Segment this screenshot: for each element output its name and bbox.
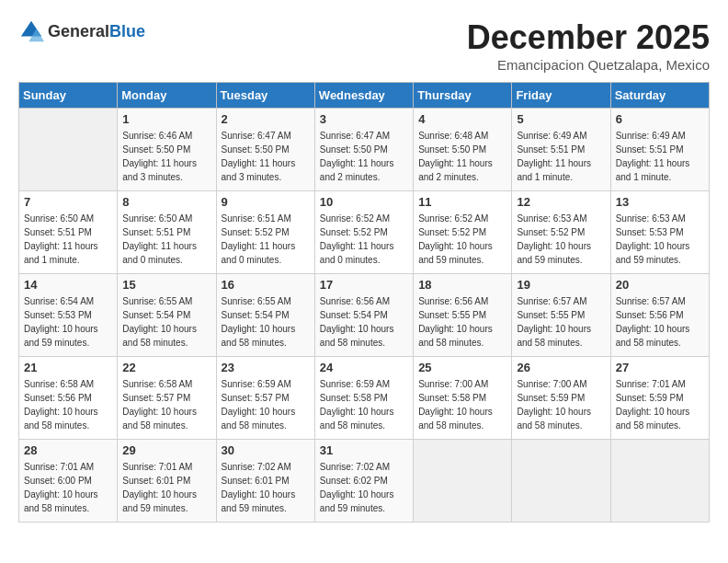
title-block: December 2025 Emancipacion Quetzalapa, M… <box>467 18 710 73</box>
calendar-cell: 1Sunrise: 6:46 AM Sunset: 5:50 PM Daylig… <box>118 109 216 191</box>
day-info: Sunrise: 6:59 AM Sunset: 5:58 PM Dayligh… <box>320 377 408 432</box>
day-info: Sunrise: 6:53 AM Sunset: 5:53 PM Dayligh… <box>616 212 704 267</box>
day-info: Sunrise: 7:01 AM Sunset: 6:00 PM Dayligh… <box>24 460 112 515</box>
calendar-cell: 24Sunrise: 6:59 AM Sunset: 5:58 PM Dayli… <box>314 357 413 440</box>
day-number: 6 <box>616 112 704 126</box>
day-number: 13 <box>616 195 704 209</box>
day-number: 12 <box>517 195 605 209</box>
calendar-cell <box>414 440 512 523</box>
calendar-week-row: 28Sunrise: 7:01 AM Sunset: 6:00 PM Dayli… <box>19 440 710 523</box>
day-number: 3 <box>320 112 408 126</box>
calendar-cell: 3Sunrise: 6:47 AM Sunset: 5:50 PM Daylig… <box>314 109 413 191</box>
weekday-header-row: SundayMondayTuesdayWednesdayThursdayFrid… <box>19 83 710 109</box>
calendar-cell <box>610 440 709 523</box>
calendar-cell: 25Sunrise: 7:00 AM Sunset: 5:58 PM Dayli… <box>414 357 512 440</box>
day-info: Sunrise: 6:50 AM Sunset: 5:51 PM Dayligh… <box>24 212 112 267</box>
day-number: 11 <box>418 195 506 209</box>
calendar-cell: 17Sunrise: 6:56 AM Sunset: 5:54 PM Dayli… <box>314 274 413 357</box>
day-info: Sunrise: 6:51 AM Sunset: 5:52 PM Dayligh… <box>222 212 310 267</box>
day-info: Sunrise: 7:02 AM Sunset: 6:02 PM Dayligh… <box>320 460 408 515</box>
day-number: 28 <box>24 443 112 457</box>
day-info: Sunrise: 6:59 AM Sunset: 5:57 PM Dayligh… <box>222 377 310 432</box>
calendar-cell: 7Sunrise: 6:50 AM Sunset: 5:51 PM Daylig… <box>19 191 118 274</box>
day-info: Sunrise: 6:50 AM Sunset: 5:51 PM Dayligh… <box>122 212 210 267</box>
day-info: Sunrise: 6:49 AM Sunset: 5:51 PM Dayligh… <box>616 129 704 184</box>
day-info: Sunrise: 7:01 AM Sunset: 5:59 PM Dayligh… <box>616 377 704 432</box>
day-info: Sunrise: 6:54 AM Sunset: 5:53 PM Dayligh… <box>24 294 112 350</box>
calendar-cell: 29Sunrise: 7:01 AM Sunset: 6:01 PM Dayli… <box>118 440 216 523</box>
day-info: Sunrise: 6:55 AM Sunset: 5:54 PM Dayligh… <box>222 294 310 350</box>
day-number: 30 <box>222 443 310 457</box>
calendar-week-row: 14Sunrise: 6:54 AM Sunset: 5:53 PM Dayli… <box>19 274 710 357</box>
day-info: Sunrise: 7:00 AM Sunset: 5:58 PM Dayligh… <box>418 377 506 432</box>
calendar-week-row: 1Sunrise: 6:46 AM Sunset: 5:50 PM Daylig… <box>19 109 710 191</box>
logo-text-blue: Blue <box>109 22 145 40</box>
calendar-body: 1Sunrise: 6:46 AM Sunset: 5:50 PM Daylig… <box>19 109 710 523</box>
calendar-cell: 6Sunrise: 6:49 AM Sunset: 5:51 PM Daylig… <box>610 109 709 191</box>
day-info: Sunrise: 6:53 AM Sunset: 5:52 PM Dayligh… <box>517 212 605 267</box>
weekday-header-cell: Wednesday <box>314 83 413 109</box>
calendar-cell: 2Sunrise: 6:47 AM Sunset: 5:50 PM Daylig… <box>216 109 314 191</box>
day-info: Sunrise: 6:52 AM Sunset: 5:52 PM Dayligh… <box>320 212 408 267</box>
calendar-cell: 16Sunrise: 6:55 AM Sunset: 5:54 PM Dayli… <box>216 274 314 357</box>
weekday-header-cell: Saturday <box>610 83 709 109</box>
calendar-cell <box>19 109 118 191</box>
day-number: 17 <box>320 278 408 292</box>
calendar-week-row: 21Sunrise: 6:58 AM Sunset: 5:56 PM Dayli… <box>19 357 710 440</box>
day-number: 27 <box>616 361 704 374</box>
day-number: 25 <box>418 361 506 374</box>
day-info: Sunrise: 6:47 AM Sunset: 5:50 PM Dayligh… <box>320 129 408 184</box>
calendar-cell: 11Sunrise: 6:52 AM Sunset: 5:52 PM Dayli… <box>414 191 512 274</box>
month-title: December 2025 <box>467 18 710 57</box>
day-info: Sunrise: 7:01 AM Sunset: 6:01 PM Dayligh… <box>122 460 210 515</box>
weekday-header-cell: Sunday <box>19 83 118 109</box>
location-title: Emancipacion Quetzalapa, Mexico <box>467 57 710 73</box>
calendar-cell: 15Sunrise: 6:55 AM Sunset: 5:54 PM Dayli… <box>118 274 216 357</box>
calendar-cell: 21Sunrise: 6:58 AM Sunset: 5:56 PM Dayli… <box>19 357 118 440</box>
day-number: 7 <box>24 195 112 209</box>
calendar-cell: 14Sunrise: 6:54 AM Sunset: 5:53 PM Dayli… <box>19 274 118 357</box>
day-number: 18 <box>418 278 506 292</box>
page-header: GeneralBlue December 2025 Emancipacion Q… <box>18 18 710 73</box>
day-info: Sunrise: 6:56 AM Sunset: 5:55 PM Dayligh… <box>418 294 506 350</box>
calendar-cell: 22Sunrise: 6:58 AM Sunset: 5:57 PM Dayli… <box>118 357 216 440</box>
calendar-cell: 4Sunrise: 6:48 AM Sunset: 5:50 PM Daylig… <box>414 109 512 191</box>
day-info: Sunrise: 6:58 AM Sunset: 5:56 PM Dayligh… <box>24 377 112 432</box>
day-number: 26 <box>517 361 605 374</box>
day-number: 5 <box>517 112 605 126</box>
calendar-cell: 20Sunrise: 6:57 AM Sunset: 5:56 PM Dayli… <box>610 274 709 357</box>
calendar-cell: 5Sunrise: 6:49 AM Sunset: 5:51 PM Daylig… <box>512 109 610 191</box>
day-number: 2 <box>222 112 310 126</box>
calendar-cell: 18Sunrise: 6:56 AM Sunset: 5:55 PM Dayli… <box>414 274 512 357</box>
day-number: 21 <box>24 361 112 374</box>
day-number: 22 <box>122 361 210 374</box>
day-number: 1 <box>122 112 210 126</box>
weekday-header-cell: Friday <box>512 83 610 109</box>
day-info: Sunrise: 6:52 AM Sunset: 5:52 PM Dayligh… <box>418 212 506 267</box>
day-info: Sunrise: 6:47 AM Sunset: 5:50 PM Dayligh… <box>222 129 310 184</box>
day-info: Sunrise: 6:58 AM Sunset: 5:57 PM Dayligh… <box>122 377 210 432</box>
day-info: Sunrise: 6:57 AM Sunset: 5:55 PM Dayligh… <box>517 294 605 350</box>
calendar-cell: 27Sunrise: 7:01 AM Sunset: 5:59 PM Dayli… <box>610 357 709 440</box>
calendar-cell: 23Sunrise: 6:59 AM Sunset: 5:57 PM Dayli… <box>216 357 314 440</box>
day-info: Sunrise: 6:46 AM Sunset: 5:50 PM Dayligh… <box>122 129 210 184</box>
calendar-cell: 31Sunrise: 7:02 AM Sunset: 6:02 PM Dayli… <box>314 440 413 523</box>
calendar-cell: 28Sunrise: 7:01 AM Sunset: 6:00 PM Dayli… <box>19 440 118 523</box>
calendar-cell: 10Sunrise: 6:52 AM Sunset: 5:52 PM Dayli… <box>314 191 413 274</box>
day-number: 20 <box>616 278 704 292</box>
day-number: 10 <box>320 195 408 209</box>
calendar-cell: 12Sunrise: 6:53 AM Sunset: 5:52 PM Dayli… <box>512 191 610 274</box>
logo: GeneralBlue <box>18 18 145 44</box>
calendar-cell: 26Sunrise: 7:00 AM Sunset: 5:59 PM Dayli… <box>512 357 610 440</box>
calendar-table: SundayMondayTuesdayWednesdayThursdayFrid… <box>18 82 710 523</box>
weekday-header-cell: Tuesday <box>216 83 314 109</box>
day-info: Sunrise: 6:49 AM Sunset: 5:51 PM Dayligh… <box>517 129 605 184</box>
day-number: 31 <box>320 443 408 457</box>
day-number: 29 <box>122 443 210 457</box>
logo-text-general: General <box>48 22 109 40</box>
day-number: 8 <box>122 195 210 209</box>
day-info: Sunrise: 6:55 AM Sunset: 5:54 PM Dayligh… <box>122 294 210 350</box>
day-number: 9 <box>222 195 310 209</box>
day-number: 24 <box>320 361 408 374</box>
day-number: 14 <box>24 278 112 292</box>
